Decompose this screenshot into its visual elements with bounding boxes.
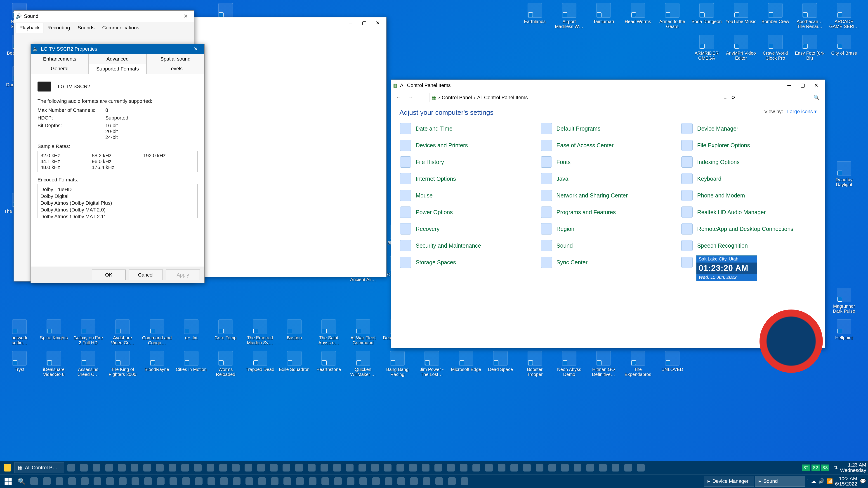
- desktop-shortcut[interactable]: Hellpoint: [827, 319, 861, 348]
- tray-app-icon[interactable]: [357, 462, 368, 473]
- taskbar[interactable]: ▦ All Control P… 828288 ⇅ 1:23 AM Wednes…: [0, 461, 868, 488]
- control-panel-item[interactable]: Programs and Features: [539, 204, 677, 220]
- refresh-icon[interactable]: ⟳: [732, 95, 736, 101]
- desktop-shortcut[interactable]: Assassins Creed C…: [71, 350, 105, 380]
- pinned-app[interactable]: [218, 476, 230, 487]
- desktop-shortcut[interactable]: Bomber Crew: [758, 2, 793, 32]
- tray-chevron-icon[interactable]: ˄: [806, 478, 809, 484]
- pinned-app[interactable]: [79, 476, 90, 487]
- desktop-shortcut[interactable]: AI War Fleet Command: [346, 319, 380, 348]
- pinned-app[interactable]: [2, 462, 13, 473]
- tray-app-icon[interactable]: [293, 462, 305, 473]
- tray-app-icon[interactable]: [521, 462, 532, 473]
- wifi-icon[interactable]: 📶: [827, 478, 833, 484]
- network-icon[interactable]: ⇅: [834, 465, 838, 470]
- desktop-shortcut[interactable]: The Emerald Maiden Sy…: [243, 319, 277, 348]
- forward-button[interactable]: →: [406, 93, 415, 102]
- taskbar-running-app[interactable]: ▸Sound: [755, 476, 805, 487]
- desktop-shortcut[interactable]: Tryst: [2, 350, 37, 380]
- task-view-button[interactable]: [29, 476, 40, 487]
- taskbar-app-control-panel[interactable]: ▦ All Control P…: [14, 462, 64, 473]
- encoded-format-option[interactable]: Dolby Atmos (Dolby MAT 2.1): [40, 213, 195, 218]
- control-panel-item[interactable]: RemoteApp and Desktop Connections: [680, 221, 818, 236]
- tray-app-icon[interactable]: [268, 462, 279, 473]
- tray-app-icon[interactable]: [433, 462, 444, 473]
- analog-clock-gadget[interactable]: [760, 310, 823, 373]
- desktop-shortcut[interactable]: Trapped Dead: [243, 350, 277, 380]
- tray-app-icon[interactable]: [306, 462, 317, 473]
- control-panel-item[interactable]: Mouse: [398, 188, 537, 203]
- tray-app-icon[interactable]: [547, 462, 558, 473]
- pinned-app[interactable]: [307, 476, 318, 487]
- control-panel-item[interactable]: File Explorer Options: [680, 138, 818, 153]
- address-bar[interactable]: ▦ › Control Panel › All Control Panel It…: [429, 93, 738, 102]
- sound-tab[interactable]: Communications: [98, 23, 143, 33]
- pinned-app[interactable]: [294, 476, 306, 487]
- breadcrumb-root[interactable]: Control Panel: [442, 95, 472, 101]
- desktop-shortcut[interactable]: ARMRIDER OMEGA: [689, 34, 724, 63]
- tray-app-icon[interactable]: [369, 462, 381, 473]
- desktop-shortcut[interactable]: Taimumari: [586, 2, 621, 32]
- desktop-shortcut[interactable]: Head Worms: [621, 2, 655, 32]
- pinned-app[interactable]: [396, 476, 407, 487]
- desktop-shortcut[interactable]: Booster Trooper: [518, 350, 552, 380]
- tray-app-icon[interactable]: [483, 462, 495, 473]
- desktop-shortcut[interactable]: iDealshare VideoGo 6: [37, 350, 71, 380]
- desktop-shortcut[interactable]: ARCADE GAME SERI…: [827, 2, 861, 32]
- encoded-formats-listbox[interactable]: Dolby TrueHDDolby DigitalDolby Atmos (Do…: [37, 184, 197, 218]
- pinned-app[interactable]: [383, 476, 394, 487]
- chevron-down-icon[interactable]: ⌄: [723, 95, 727, 101]
- action-center-button[interactable]: 💬: [860, 478, 866, 484]
- desktop-shortcut[interactable]: Earthlands: [518, 2, 552, 32]
- view-by-dropdown[interactable]: Large icons ▾: [787, 109, 817, 114]
- control-panel-item[interactable]: Phone and Modem: [680, 188, 818, 203]
- control-panel-item[interactable]: Sound: [539, 238, 677, 253]
- tray-app-icon[interactable]: [154, 462, 165, 473]
- tray-app-icon[interactable]: [319, 462, 330, 473]
- apply-button[interactable]: Apply: [166, 269, 200, 281]
- encoded-format-option[interactable]: Dolby Digital: [40, 193, 195, 200]
- pinned-app[interactable]: [332, 476, 344, 487]
- maximize-button[interactable]: ▢: [358, 19, 371, 28]
- tray-app-icon[interactable]: [116, 462, 127, 473]
- desktop-shortcut[interactable]: YouTube Music: [724, 2, 758, 32]
- tray-app-icon[interactable]: [508, 462, 520, 473]
- control-panel-item[interactable]: Indexing Options: [680, 154, 818, 170]
- control-panel-item[interactable]: Security and Maintenance: [398, 238, 537, 253]
- desktop-shortcut[interactable]: BloodRayne: [140, 350, 174, 380]
- close-button[interactable]: ✕: [189, 44, 203, 54]
- start-button[interactable]: [2, 475, 14, 488]
- tray-app-icon[interactable]: [180, 462, 191, 473]
- desktop-shortcut[interactable]: The Expendabros: [621, 350, 655, 380]
- breadcrumb-current[interactable]: All Control Panel Items: [477, 95, 528, 101]
- desktop-shortcut[interactable]: The King of Fighters 2000: [105, 350, 140, 380]
- back-button[interactable]: ←: [394, 93, 403, 102]
- tray-app-icon[interactable]: [66, 462, 77, 473]
- sound-tab[interactable]: Sounds: [74, 23, 98, 33]
- tray-app-icon[interactable]: [610, 462, 621, 473]
- sound-tab[interactable]: Recording: [43, 23, 74, 33]
- desktop-shortcut[interactable]: Cities in Motion: [174, 350, 209, 380]
- desktop-shortcut[interactable]: Worms Reloaded: [209, 350, 243, 380]
- desktop-shortcut[interactable]: g+..txt: [174, 319, 209, 348]
- tray-app-icon[interactable]: [395, 462, 406, 473]
- tray-app-icon[interactable]: [622, 462, 634, 473]
- desktop-shortcut[interactable]: City of Brass: [827, 34, 861, 63]
- desktop-shortcut[interactable]: AnyMP4 Video Editor: [724, 34, 758, 63]
- taskbar-running-app[interactable]: ▸Device Manager: [704, 476, 754, 487]
- control-panel-item[interactable]: Speech Recognition: [680, 238, 818, 253]
- desktop-shortcut[interactable]: Avdshare Video Co…: [105, 319, 140, 348]
- control-panel-item[interactable]: Devices and Printers: [398, 138, 537, 153]
- control-panel-item[interactable]: Network and Sharing Center: [539, 188, 677, 203]
- pinned-app[interactable]: [231, 476, 242, 487]
- pinned-app[interactable]: [446, 476, 458, 487]
- desktop-shortcut[interactable]: Hitman GO Definitive…: [586, 350, 621, 380]
- desktop-shortcut[interactable]: Galaxy on Fire 2 Full HD: [71, 319, 105, 348]
- control-panel-item[interactable]: Device Manager: [680, 121, 818, 136]
- tray-app-icon[interactable]: [91, 462, 102, 473]
- pinned-app[interactable]: [206, 476, 217, 487]
- properties-tab[interactable]: Spatial sound: [147, 54, 204, 64]
- desktop-shortcut[interactable]: Spiral Knights: [37, 319, 71, 348]
- pinned-app[interactable]: [282, 476, 293, 487]
- tray-app-icon[interactable]: [78, 462, 90, 473]
